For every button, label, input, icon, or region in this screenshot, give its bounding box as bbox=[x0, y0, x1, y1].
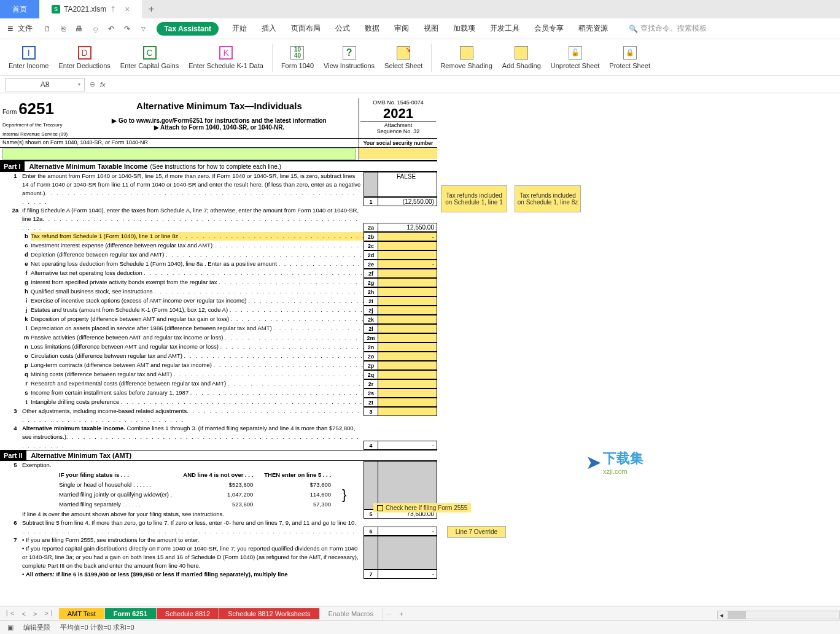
search-box[interactable]: 🔍查找命令、搜索模板 bbox=[629, 23, 707, 34]
line2i-value[interactable] bbox=[378, 296, 437, 306]
tab-file[interactable]: S TA2021.xlsm ⇡ × bbox=[39, 0, 142, 18]
fx-icon[interactable]: fx bbox=[100, 81, 106, 88]
menu-addins[interactable]: 加载项 bbox=[447, 23, 481, 34]
menu-member[interactable]: 会员专享 bbox=[528, 23, 570, 34]
tax-assistant-button[interactable]: Tax Assistant bbox=[157, 22, 219, 36]
line2c-value[interactable] bbox=[378, 241, 437, 250]
menu-start[interactable]: 开始 bbox=[226, 23, 253, 34]
zoom-icon[interactable]: ⊖ bbox=[90, 80, 95, 88]
undo-icon[interactable]: ↶ bbox=[106, 25, 116, 33]
name-input[interactable] bbox=[2, 149, 356, 160]
qat-dropdown-icon[interactable]: ▽ bbox=[138, 26, 148, 32]
line2l-value[interactable] bbox=[378, 324, 437, 333]
line2r-value[interactable] bbox=[378, 379, 437, 389]
line-letter: i bbox=[22, 296, 31, 305]
line7-value[interactable]: - bbox=[378, 570, 437, 579]
tab-pin-icon[interactable]: ⇡ bbox=[110, 5, 116, 14]
sheet-tab-schedule-8812-ws[interactable]: Schedule 8812 Worksheets bbox=[219, 608, 319, 619]
hamburger-icon[interactable]: ≡ bbox=[7, 23, 13, 34]
sheet-tab-schedule-8812[interactable]: Schedule 8812 bbox=[157, 608, 219, 619]
part1-header: Part I Alternative Minimum Taxable Incom… bbox=[0, 161, 437, 172]
line-2a: 2a If filing Schedule A (Form 1040), ent… bbox=[0, 206, 437, 232]
sheet-nav-first[interactable]: 丨< bbox=[0, 609, 18, 618]
line-3: 3 Other adjustments, including income-ba… bbox=[0, 407, 437, 424]
ssn-label: Your social security number bbox=[359, 139, 437, 147]
line4-value[interactable]: - bbox=[378, 441, 437, 450]
menu-formula[interactable]: 公式 bbox=[329, 23, 356, 34]
scroll-left-icon[interactable]: ◂ bbox=[718, 611, 725, 619]
line2n-value[interactable] bbox=[378, 342, 437, 352]
line2j-value[interactable] bbox=[378, 306, 437, 315]
menu-layout[interactable]: 页面布局 bbox=[285, 23, 327, 34]
select-sheet-button[interactable]: ↘Select Sheet bbox=[381, 45, 426, 71]
scrollbar-thumb[interactable] bbox=[728, 611, 746, 619]
sheet-tab-form-6251[interactable]: Form 6251 bbox=[105, 608, 157, 619]
line2a-value[interactable]: 12,550.00 bbox=[378, 223, 437, 232]
sheet-nav-prev[interactable]: < bbox=[18, 610, 29, 617]
sheet-add-button[interactable]: + bbox=[395, 610, 406, 617]
cell-reference-input[interactable]: A8 bbox=[5, 78, 85, 91]
mode-icon[interactable]: ▣ bbox=[7, 624, 14, 632]
line2s-value[interactable] bbox=[378, 389, 437, 398]
omb-number: OMB No. 1545-0074 bbox=[360, 99, 436, 106]
line2f-value[interactable] bbox=[378, 269, 437, 278]
save-icon[interactable]: 🗋 bbox=[42, 25, 52, 33]
menu-view[interactable]: 视图 bbox=[418, 23, 445, 34]
line2h-value[interactable] bbox=[378, 287, 437, 296]
menu-review[interactable]: 审阅 bbox=[388, 23, 415, 34]
line7-override[interactable]: Line 7 Override bbox=[447, 526, 506, 538]
menu-dev[interactable]: 开发工具 bbox=[484, 23, 526, 34]
line2p-value[interactable] bbox=[378, 361, 437, 370]
menu-file[interactable]: 文件 bbox=[18, 23, 33, 34]
line2e-value[interactable]: - bbox=[378, 260, 437, 269]
enter-capital-gains-button[interactable]: CEnter Capital Gains bbox=[117, 45, 182, 71]
line2k-value[interactable] bbox=[378, 315, 437, 324]
line1-value[interactable]: (12,550.00) bbox=[378, 197, 437, 206]
sheet-more-icon[interactable]: ··· bbox=[383, 610, 395, 617]
line3-value[interactable] bbox=[378, 407, 437, 416]
separator bbox=[272, 44, 273, 72]
protect-sheet-button[interactable]: 🔒Protect Sheet bbox=[605, 45, 654, 71]
unprotect-sheet-button[interactable]: 🔓Unprotect Sheet bbox=[547, 45, 604, 71]
enter-deductions-button[interactable]: DEnter Deductions bbox=[55, 45, 114, 71]
line2q-value[interactable] bbox=[378, 370, 437, 379]
line2t-value[interactable] bbox=[378, 398, 437, 407]
sheet-tab-enable-macros[interactable]: Enable Macros bbox=[320, 608, 383, 619]
formula-input[interactable] bbox=[111, 79, 835, 91]
view-instructions-button[interactable]: ?View Instructions bbox=[320, 45, 378, 71]
line6-value[interactable]: - bbox=[378, 527, 437, 536]
export-icon[interactable]: ⎘ bbox=[58, 25, 68, 33]
menu-data[interactable]: 数据 bbox=[359, 23, 386, 34]
spreadsheet-content[interactable]: Form 6251 Department of the Treasury Int… bbox=[0, 93, 840, 606]
redo-icon[interactable]: ↷ bbox=[122, 25, 132, 33]
ssn-input[interactable] bbox=[359, 148, 437, 159]
print-icon[interactable]: 🖶 bbox=[74, 25, 84, 33]
menu-insert[interactable]: 插入 bbox=[255, 23, 282, 34]
close-icon[interactable]: × bbox=[125, 4, 130, 14]
line1-flag: FALSE bbox=[378, 172, 437, 197]
sheet-nav-last[interactable]: >丨 bbox=[41, 609, 58, 618]
line2o-value[interactable] bbox=[378, 352, 437, 361]
sheet-tab-amt-test[interactable]: AMT Test bbox=[59, 608, 105, 619]
status-mode: 编辑受限 bbox=[23, 623, 50, 632]
add-shading-button[interactable]: Add Shading bbox=[499, 45, 545, 71]
line2b-value[interactable]: - bbox=[378, 232, 437, 241]
tab-home[interactable]: 首页 bbox=[0, 0, 39, 18]
status-bar: ▣ 编辑受限 平均值=0 计数=0 求和=0 bbox=[0, 620, 840, 634]
remove-shading-button[interactable]: Remove Shading bbox=[437, 45, 496, 71]
form-1040-button[interactable]: 1040Form 1040 bbox=[278, 45, 317, 71]
form-2555-checkbox[interactable]: Check here if filing Form 2555 bbox=[373, 503, 471, 512]
sheet-tab-bar: 丨< < > >丨 AMT Test Form 6251 Schedule 88… bbox=[0, 606, 840, 620]
enter-income-button[interactable]: IEnter Income bbox=[5, 45, 52, 71]
line-letter: l bbox=[22, 324, 31, 333]
enter-schedule-k1-button[interactable]: KEnter Schedule K-1 Data bbox=[185, 45, 267, 71]
line2g-value[interactable] bbox=[378, 278, 437, 287]
tab-add-button[interactable]: + bbox=[142, 4, 160, 15]
menu-resources[interactable]: 稻壳资源 bbox=[572, 23, 614, 34]
horizontal-scrollbar[interactable]: ◂ bbox=[717, 611, 840, 619]
line2d-value[interactable] bbox=[378, 250, 437, 260]
preview-icon[interactable]: ⍜ bbox=[90, 25, 100, 33]
sheet-nav-next[interactable]: > bbox=[29, 610, 41, 617]
line-letter: k bbox=[22, 315, 31, 323]
line2m-value[interactable] bbox=[378, 333, 437, 342]
